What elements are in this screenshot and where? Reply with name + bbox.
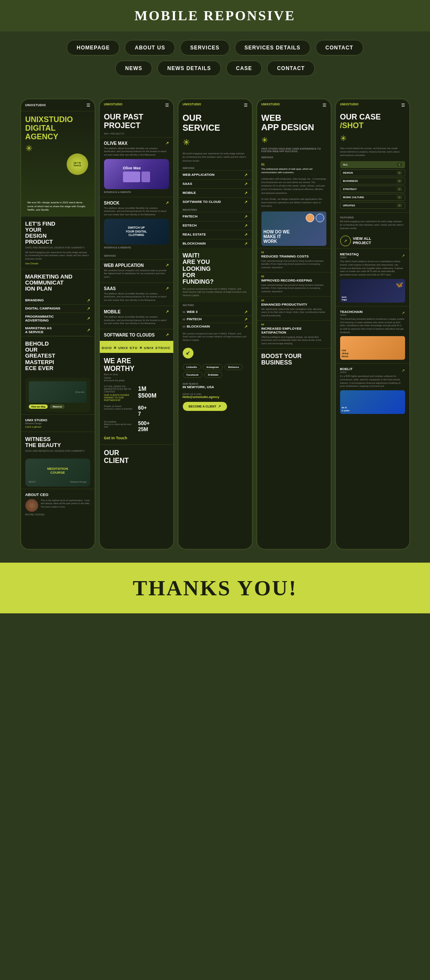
ph3-software-arrow: ↗	[244, 200, 248, 204]
phone4-services-text: SERVICES	[261, 156, 326, 159]
phone5-teachchain-img: cialckingtform	[340, 336, 405, 360]
phone2-menu[interactable]: ☰	[165, 103, 169, 107]
nav-case[interactable]: CASE	[226, 61, 262, 76]
filter-updates[interactable]: UPDATES 3	[340, 202, 405, 209]
nav-about[interactable]: ABOUT US	[125, 40, 175, 55]
phone2-clients-raised: Our clients raised owning to our partner…	[104, 394, 135, 401]
phone1-awards-text: We won 50+ design awards in 2022 stand a…	[25, 201, 90, 211]
filter-business[interactable]: BUSSINESS 2	[340, 178, 405, 184]
nav-services[interactable]: SERVICES	[180, 40, 229, 55]
phone4-star: ✳	[257, 134, 331, 146]
phone2-get-in-touch[interactable]: Get In Touch	[104, 436, 169, 440]
nav-homepage[interactable]: HOMEPAGE	[67, 40, 120, 55]
phone2-project-shock: SHOCK ↗ The platform allows incredible f…	[100, 197, 173, 252]
phone4-increased: 04 INCREASED EMPLOYEE SATISFACTION Offer…	[257, 320, 331, 348]
phone2-tablet-mock	[123, 172, 140, 182]
phone3-cta: WAIT!ARE YOULOOKINGFORFUNDING? We connec…	[178, 248, 252, 302]
phone1-star-icon: ✳	[25, 143, 90, 153]
phone5-featured-label: FEATURED	[340, 216, 405, 219]
phone1-see-details[interactable]: See Details	[25, 262, 90, 265]
phone3-cta-desc: We connect exceptional start-ups in Web3…	[183, 288, 248, 297]
phone5-logo: UNIXSTUDIO	[340, 103, 359, 107]
social-facebook[interactable]: Facebook	[183, 372, 203, 378]
filter-wc-badge: 1	[397, 196, 402, 199]
phone3-cta-desc2: We connect exceptional start-ups in Web3…	[178, 330, 252, 344]
phone1-catch[interactable]: Catch a glimse!	[25, 426, 90, 428]
phone5-boelit-desc: It's a B2B highly specialized and comple…	[340, 375, 405, 388]
phone3-header: UNIXSTUDIO ☰	[178, 99, 252, 111]
phone5-menu[interactable]: ☰	[401, 103, 405, 107]
phone1-section-sub: SAFE AND BENEFICIAL DESIGN FOR HUMANITY.	[25, 246, 90, 249]
nav-contact-1[interactable]: CONTACT	[316, 40, 363, 55]
phone2-500: 500+	[138, 420, 169, 426]
nav-row-2: NEWS NEWS DETAILS CASE CONTACT	[26, 61, 404, 76]
phone2-saas-name: SAAS ↗	[104, 286, 169, 291]
phone2-header: UNIXSTUDIO ☰	[100, 99, 173, 111]
phone5-boelit-year: /2023	[340, 371, 353, 374]
phone4-step01: 01	[257, 161, 331, 166]
phone2-project-olive: OLIVE MAX ↗ The platform allows incredib…	[100, 137, 173, 197]
phone3-mobile: MOBILE ↗	[178, 188, 252, 197]
phone4-logo: UNIXSTUDIO	[261, 103, 280, 107]
phone5-wings-icon: 🦋	[396, 281, 403, 288]
phone4-increased-title: INCREASED EMPLOYEE SATISFACTION	[261, 327, 326, 334]
ph3-blockchain-arrow: ↗	[244, 242, 248, 246]
phone4-reduced: 01 REDUCED TRAINING COSTS User-oriented …	[257, 248, 331, 272]
phone1-about-us[interactable]: About us	[50, 404, 64, 409]
nav-services-details[interactable]: SERVICES DETAILS	[235, 40, 310, 55]
phone1-item-digital: DIGITAL CAMPAIGNS ↗	[25, 305, 90, 313]
phone3-become-arrow: ↗	[218, 404, 221, 408]
olive-arrow: ↗	[166, 141, 169, 146]
filter-all[interactable]: ALL 9	[340, 161, 405, 168]
social-instagram[interactable]: Instagram	[203, 364, 223, 370]
phone1-masterpiece: BEHOLDOURGREATESTMASTERPIECE EVER	[21, 336, 95, 376]
phone2-olive-desc: The platform allows incredible flexibili…	[104, 147, 169, 157]
phone1-view-blog[interactable]: View our blog	[29, 404, 48, 409]
phone1-menu-icon[interactable]: ☰	[86, 103, 90, 107]
phone5-view-text: VIEW ALLPROJECT	[353, 237, 372, 245]
phone2-shock-img: SWITCH UPYOUR DIGITALCLOTHING	[104, 219, 169, 245]
phone2-saas: SAAS ↗ The platform allows incredible fl…	[100, 282, 173, 306]
phone1-section-design: LET'S FINDYOURDESIGNPRODUCT SAFE AND BEN…	[21, 216, 95, 269]
phone2-1m: 1M	[138, 385, 169, 392]
software-arrow: ↗	[166, 333, 169, 337]
phone3-software: SOFTWARE TO CLOUD ↗	[178, 197, 252, 206]
filter-strategy[interactable]: STRATEGY 1	[340, 186, 405, 193]
phone1-blog-img: thing else	[29, 381, 87, 403]
phone4-header: UNIXSTUDIO ☰	[257, 99, 331, 111]
phone3-arrow-btn[interactable]: ↙	[183, 348, 194, 358]
nav-news[interactable]: NEWS	[115, 61, 152, 76]
phone5-metastaq-name: METASTAQ	[340, 252, 359, 256]
nav-contact-2[interactable]: CONTACT	[267, 61, 315, 76]
phone5-view-circle[interactable]: ↗	[340, 236, 351, 246]
phone5-featured-desc: We build engaging user experience for ea…	[340, 220, 405, 230]
phone4-improved: 02 IMPROVED RECORD-KEEPING User-oriented…	[257, 272, 331, 296]
social-linkedin[interactable]: Linkedin	[183, 364, 201, 370]
social-behance[interactable]: Behance	[224, 364, 243, 370]
phone3-menu[interactable]: ☰	[244, 103, 248, 107]
phone4-studio-desc: At Unix Studio, we design enterprise web…	[257, 196, 331, 209]
ph3-webapp-arrow: ↗	[244, 173, 248, 177]
phone1-ceo: ABOUT CEO This is the highest level of s…	[21, 489, 95, 519]
phone5-future-wings: tureings	[342, 296, 347, 301]
phone1-desc: We build engaging user experience for ea…	[25, 251, 90, 261]
phone3-industries-label: INDUSTRIES	[178, 206, 252, 212]
digital-arrow: ↗	[87, 306, 90, 311]
phone5-teachchain-year: /2023	[340, 314, 363, 316]
phone4-collab-desc: collaboration with employees, data stora…	[257, 176, 331, 196]
ph3-fintech-sector-arrow: ↗	[244, 317, 248, 322]
filter-updates-badge: 3	[397, 204, 402, 207]
phone1-logo: UNIXSTUDIO	[25, 104, 46, 107]
phone3-title: OURSERVICE	[178, 111, 252, 135]
phone5-star: ✳	[336, 132, 409, 144]
phone3-become-client[interactable]: BECOME A CLIENT ↗	[183, 402, 227, 411]
social-dribbble[interactable]: Dribbble	[204, 372, 222, 378]
navigation: HOMEPAGE ABOUT US SERVICES SERVICES DETA…	[0, 31, 430, 90]
phone4-menu[interactable]: ☰	[322, 103, 326, 107]
phone5-view-all[interactable]: ↗ VIEW ALLPROJECT	[336, 233, 409, 248]
phone4-step-enhanced-num: 03	[261, 299, 326, 302]
nav-news-details[interactable]: NEWS DETAILS	[157, 61, 221, 76]
filter-design[interactable]: DESIGN 2	[340, 169, 405, 176]
phone3-services-label: SERVICES	[178, 165, 252, 170]
filter-work-culture[interactable]: WORK CULTURE 1	[340, 194, 405, 201]
